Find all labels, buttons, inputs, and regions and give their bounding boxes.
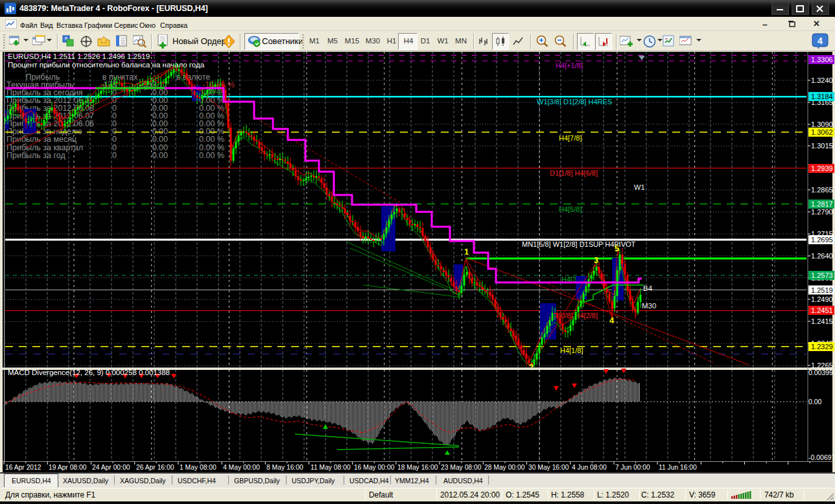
svg-text:4: 4 — [817, 36, 823, 46]
svg-text:1.2519: 1.2519 — [811, 286, 833, 294]
svg-text:W1[3/8] D1[2/8] H4RES: W1[3/8] D1[2/8] H4RES — [537, 98, 612, 106]
svg-text:24 Apr 00:00: 24 Apr 00:00 — [92, 464, 130, 471]
svg-text:MACD Divergence(12, 26, 9) 0.0: MACD Divergence(12, 26, 9) 0.000258 0.00… — [8, 369, 170, 376]
svg-text:8 May 16:00: 8 May 16:00 — [266, 464, 303, 471]
svg-text:28 May 00:00: 28 May 00:00 — [484, 464, 525, 471]
svg-text:H4[1/8]: H4[1/8] — [560, 347, 583, 354]
svg-text:1.3062: 1.3062 — [811, 128, 833, 136]
svg-text:1.3184: 1.3184 — [811, 93, 833, 100]
svg-text:1.3306: 1.3306 — [811, 56, 833, 63]
svg-text:19 Apr 08:00: 19 Apr 08:00 — [49, 464, 87, 471]
svg-text:1.3015: 1.3015 — [811, 142, 833, 150]
svg-text:0.00: 0.00 — [152, 151, 168, 160]
svg-text:-0.00697: -0.00697 — [808, 453, 835, 461]
svg-text:1: 1 — [464, 247, 469, 257]
svg-text:D1[1/8] H4[6/8]: D1[1/8] H4[6/8] — [550, 169, 598, 177]
svg-text:EURUSD,H4 1.2511 1.2526 1.249: EURUSD,H4 1.2511 1.2526 1.2496 1.2519 — [8, 52, 150, 60]
svg-text:1.2451: 1.2451 — [811, 306, 833, 314]
svg-text:W1: W1 — [634, 183, 645, 191]
svg-text:1.2695: 1.2695 — [811, 236, 833, 244]
svg-text:Прибыль за год: Прибыль за год — [6, 151, 65, 160]
svg-text:30 May 16:00: 30 May 16:00 — [528, 464, 569, 471]
svg-text:16 Apr 2012: 16 Apr 2012 — [5, 464, 41, 471]
svg-text:11 May 08:00: 11 May 08:00 — [311, 464, 351, 471]
svg-text:26 Apr 16:00: 26 Apr 16:00 — [136, 464, 174, 471]
svg-text:1.2415: 1.2415 — [811, 317, 833, 325]
svg-text:5: 5 — [615, 244, 619, 253]
svg-text:B4: B4 — [643, 284, 653, 292]
svg-text:H4[5/8]: H4[5/8] — [559, 205, 582, 213]
svg-text:4 May 00:00: 4 May 00:00 — [223, 464, 260, 471]
svg-text:H4[+1/8]: H4[+1/8] — [556, 62, 583, 69]
svg-text:1.2790: 1.2790 — [811, 208, 833, 216]
svg-text:0: 0 — [112, 151, 117, 160]
svg-text:1.3090: 1.3090 — [811, 120, 833, 128]
svg-text:0.00: 0.00 — [808, 398, 822, 406]
svg-text:1.2490: 1.2490 — [811, 295, 833, 303]
svg-text:1 May 08:00: 1 May 08:00 — [180, 464, 217, 471]
svg-text:11 Jun 16:00: 11 Jun 16:00 — [659, 464, 697, 471]
svg-text:16 May 00:00: 16 May 00:00 — [354, 464, 395, 471]
svg-text:0.003997: 0.003997 — [808, 369, 835, 376]
svg-text:1.2939: 1.2939 — [811, 165, 833, 172]
svg-text:1.2817: 1.2817 — [811, 200, 833, 208]
svg-text:1.2329: 1.2329 — [811, 343, 833, 350]
svg-text:4: 4 — [609, 315, 615, 325]
svg-text:2: 2 — [529, 362, 534, 372]
svg-text:7 Jun 00:00: 7 Jun 00:00 — [615, 464, 650, 471]
svg-text:1.2865: 1.2865 — [811, 186, 833, 194]
svg-text:1.3240: 1.3240 — [811, 76, 833, 84]
svg-text:1.2640: 1.2640 — [811, 252, 833, 260]
svg-text:0.00 %: 0.00 % — [199, 151, 224, 160]
svg-text:18 May 16:00: 18 May 16:00 — [397, 464, 438, 471]
svg-text:M30: M30 — [642, 302, 656, 310]
svg-text:3: 3 — [594, 255, 598, 265]
svg-text:H4[7/8]: H4[7/8] — [559, 134, 582, 142]
svg-text:4 Jun 08:00: 4 Jun 08:00 — [572, 464, 607, 471]
svg-text:23 May 08:00: 23 May 08:00 — [441, 464, 482, 471]
svg-text:1.2573: 1.2573 — [811, 271, 833, 279]
